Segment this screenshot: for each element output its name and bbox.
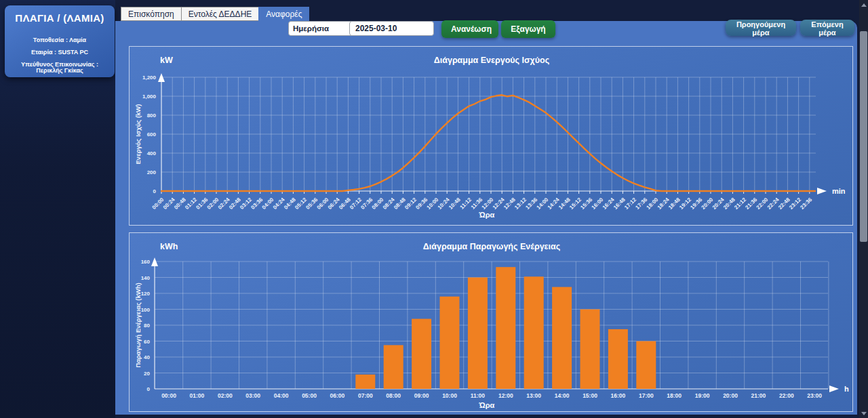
- svg-text:19:00: 19:00: [695, 392, 710, 399]
- tab-bar: Επισκόπηση Εντολές ΔΕΔΔΗΕ Αναφορές: [121, 7, 309, 21]
- svg-text:200: 200: [147, 169, 157, 175]
- svg-text:06:00: 06:00: [330, 392, 345, 399]
- svg-text:07:00: 07:00: [358, 392, 373, 399]
- svg-text:01:00: 01:00: [190, 392, 205, 399]
- svg-text:14:00: 14:00: [555, 392, 570, 399]
- svg-text:12:00: 12:00: [498, 392, 513, 399]
- svg-text:20: 20: [144, 371, 150, 377]
- svg-text:Ενεργός Ισχύς (kW): Ενεργός Ισχύς (kW): [134, 104, 142, 165]
- main-content: Ημερήσια ▼ Ανανέωση Εξαγωγή Προηγούμενη …: [115, 21, 857, 415]
- svg-text:22:00: 22:00: [779, 392, 794, 399]
- svg-text:04:00: 04:00: [274, 392, 289, 399]
- svg-text:18:00: 18:00: [667, 392, 682, 399]
- svg-text:Παραγωγή Ενέργειας (kWh): Παραγωγή Ενέργειας (kWh): [134, 283, 142, 367]
- svg-text:0: 0: [153, 188, 157, 194]
- svg-text:16:00: 16:00: [611, 392, 626, 399]
- svg-text:800: 800: [147, 112, 157, 119]
- svg-text:60: 60: [144, 339, 150, 345]
- svg-text:08:00: 08:00: [386, 392, 401, 399]
- svg-text:0: 0: [147, 386, 151, 392]
- svg-text:10:48: 10:48: [448, 196, 462, 211]
- svg-text:11:12: 11:12: [458, 196, 473, 211]
- period-select-value: Ημερήσια: [293, 24, 329, 33]
- site-info-card: ΠΛΑΓΙΑ / (ΛΑΜΙΑ) Τοποθεσία : Λαμία Εταιρ…: [5, 5, 115, 77]
- svg-text:23:36: 23:36: [799, 196, 813, 211]
- svg-text:Διάγραμμα Ενεργούς Ισχύος: Διάγραμμα Ενεργούς Ισχύος: [434, 56, 549, 65]
- previous-day-button[interactable]: Προηγούμενη μέρα: [726, 20, 796, 36]
- svg-text:09:00: 09:00: [414, 392, 429, 399]
- svg-text:Ώρα: Ώρα: [479, 211, 495, 219]
- tab-deddie-orders[interactable]: Εντολές ΔΕΔΔΗΕ: [181, 7, 259, 21]
- svg-text:1,200: 1,200: [142, 75, 157, 81]
- svg-text:03:00: 03:00: [245, 392, 260, 399]
- svg-text:120: 120: [141, 291, 151, 297]
- svg-text:1,000: 1,000: [142, 93, 157, 100]
- svg-text:400: 400: [147, 150, 157, 156]
- active-power-line-chart: 02004006008001,0001,20000:0000:2400:4801…: [130, 47, 852, 225]
- svg-text:40: 40: [144, 354, 150, 360]
- controls-row: Ημερήσια ▼ Ανανέωση Εξαγωγή Προηγούμενη …: [115, 21, 857, 39]
- energy-production-bar-chart: 02040608010012014016000:0001:0002:0003:0…: [130, 233, 852, 411]
- scroll-up-icon[interactable]: [859, 1, 868, 9]
- svg-text:17:00: 17:00: [639, 392, 654, 399]
- scroll-down-icon[interactable]: [859, 409, 868, 417]
- svg-text:kWh: kWh: [160, 242, 178, 251]
- svg-text:15:00: 15:00: [583, 392, 597, 399]
- svg-text:160: 160: [141, 259, 151, 265]
- scrollbar-thumb[interactable]: [860, 31, 867, 242]
- sidebar: ΠΛΑΓΙΑ / (ΛΑΜΙΑ) Τοποθεσία : Λαμία Εταιρ…: [0, 0, 115, 418]
- svg-text:Διάγραμμα Παραγωγής Ενέργειας: Διάγραμμα Παραγωγής Ενέργειας: [423, 242, 560, 251]
- refresh-button[interactable]: Ανανέωση: [441, 20, 498, 38]
- svg-text:80: 80: [144, 322, 150, 329]
- tab-overview[interactable]: Επισκόπηση: [121, 7, 181, 21]
- svg-text:11:00: 11:00: [471, 392, 486, 399]
- svg-text:00:00: 00:00: [161, 392, 176, 399]
- svg-text:140: 140: [141, 275, 151, 281]
- site-company: Εταιρία : SUSTA PC: [31, 49, 88, 56]
- svg-text:20:00: 20:00: [723, 392, 738, 399]
- energy-production-chart-panel: 02040608010012014016000:0001:0002:0003:0…: [129, 232, 853, 412]
- site-location: Τοποθεσία : Λαμία: [33, 37, 86, 43]
- svg-text:10:00: 10:00: [442, 392, 457, 399]
- svg-text:02:00: 02:00: [218, 392, 233, 399]
- svg-text:h: h: [844, 385, 849, 393]
- svg-text:21:00: 21:00: [751, 392, 766, 399]
- active-power-chart-panel: 02004006008001,0001,20000:0000:2400:4801…: [129, 46, 853, 226]
- svg-text:600: 600: [147, 131, 157, 138]
- svg-text:Ώρα: Ώρα: [479, 401, 495, 409]
- svg-text:kW: kW: [160, 56, 173, 65]
- svg-text:100: 100: [141, 307, 151, 313]
- date-input[interactable]: [349, 21, 434, 36]
- next-day-button[interactable]: Επόμενη μέρα: [800, 20, 854, 36]
- svg-text:min: min: [832, 187, 846, 195]
- site-contact: Υπεύθυνος Επικοινωνίας : Περικλής Γκίκας: [7, 62, 112, 74]
- tab-reports[interactable]: Αναφορές: [258, 7, 309, 21]
- site-title: ΠΛΑΓΙΑ / (ΛΑΜΙΑ): [15, 12, 104, 24]
- vertical-scrollbar[interactable]: [859, 0, 868, 418]
- svg-text:13:00: 13:00: [526, 392, 541, 399]
- export-button[interactable]: Εξαγωγή: [501, 20, 555, 38]
- svg-text:23:00: 23:00: [807, 392, 822, 399]
- svg-text:05:00: 05:00: [302, 392, 317, 399]
